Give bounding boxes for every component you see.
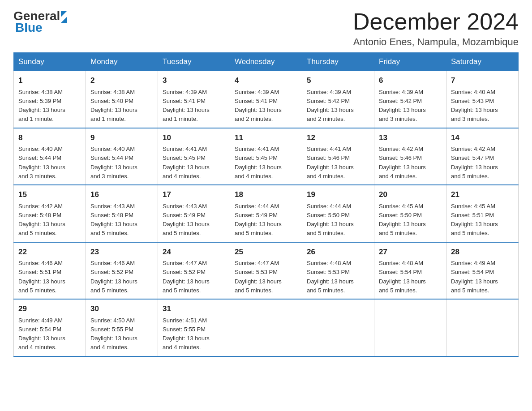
table-row: 3 Sunrise: 4:39 AMSunset: 5:41 PMDayligh… bbox=[158, 71, 230, 128]
day-number: 27 bbox=[379, 246, 442, 258]
day-info: Sunrise: 4:40 AMSunset: 5:44 PMDaylight:… bbox=[90, 146, 137, 180]
table-row: 23 Sunrise: 4:46 AMSunset: 5:52 PMDaylig… bbox=[86, 242, 158, 300]
table-row: 7 Sunrise: 4:40 AMSunset: 5:43 PMDayligh… bbox=[446, 71, 519, 128]
table-row: 29 Sunrise: 4:49 AMSunset: 5:54 PMDaylig… bbox=[14, 299, 86, 356]
day-info: Sunrise: 4:48 AMSunset: 5:54 PMDaylight:… bbox=[379, 260, 426, 294]
day-info: Sunrise: 4:44 AMSunset: 5:50 PMDaylight:… bbox=[307, 203, 354, 237]
day-info: Sunrise: 4:41 AMSunset: 5:45 PMDaylight:… bbox=[163, 146, 210, 180]
day-info: Sunrise: 4:50 AMSunset: 5:55 PMDaylight:… bbox=[90, 317, 137, 351]
day-info: Sunrise: 4:47 AMSunset: 5:52 PMDaylight:… bbox=[163, 260, 210, 294]
table-row bbox=[230, 299, 302, 356]
table-row: 26 Sunrise: 4:48 AMSunset: 5:53 PMDaylig… bbox=[302, 242, 374, 300]
day-number: 15 bbox=[18, 189, 81, 201]
table-row: 12 Sunrise: 4:41 AMSunset: 5:46 PMDaylig… bbox=[302, 128, 374, 185]
calendar-week-row: 29 Sunrise: 4:49 AMSunset: 5:54 PMDaylig… bbox=[14, 299, 519, 356]
table-row: 13 Sunrise: 4:42 AMSunset: 5:46 PMDaylig… bbox=[374, 128, 446, 185]
day-info: Sunrise: 4:43 AMSunset: 5:49 PMDaylight:… bbox=[163, 203, 210, 237]
calendar-table: Sunday Monday Tuesday Wednesday Thursday… bbox=[13, 52, 519, 357]
day-number: 24 bbox=[163, 246, 225, 258]
table-row: 27 Sunrise: 4:48 AMSunset: 5:54 PMDaylig… bbox=[374, 242, 446, 300]
day-info: Sunrise: 4:39 AMSunset: 5:41 PMDaylight:… bbox=[235, 89, 282, 123]
day-info: Sunrise: 4:51 AMSunset: 5:55 PMDaylight:… bbox=[163, 317, 210, 351]
table-row: 24 Sunrise: 4:47 AMSunset: 5:52 PMDaylig… bbox=[158, 242, 230, 300]
day-number: 13 bbox=[379, 132, 442, 144]
table-row: 16 Sunrise: 4:43 AMSunset: 5:48 PMDaylig… bbox=[86, 185, 158, 242]
title-block: December 2024 Antonio Enes, Nampula, Moz… bbox=[353, 9, 519, 48]
day-info: Sunrise: 4:38 AMSunset: 5:39 PMDaylight:… bbox=[18, 89, 65, 123]
day-number: 5 bbox=[307, 75, 369, 86]
table-row: 1 Sunrise: 4:38 AMSunset: 5:39 PMDayligh… bbox=[14, 71, 86, 128]
day-number: 2 bbox=[90, 75, 153, 86]
day-number: 25 bbox=[235, 246, 297, 258]
table-row: 19 Sunrise: 4:44 AMSunset: 5:50 PMDaylig… bbox=[302, 185, 374, 242]
table-row bbox=[302, 299, 374, 356]
day-info: Sunrise: 4:49 AMSunset: 5:54 PMDaylight:… bbox=[451, 260, 498, 294]
table-row: 30 Sunrise: 4:50 AMSunset: 5:55 PMDaylig… bbox=[86, 299, 158, 356]
day-info: Sunrise: 4:48 AMSunset: 5:53 PMDaylight:… bbox=[307, 260, 354, 294]
header-wednesday: Wednesday bbox=[230, 53, 302, 71]
day-info: Sunrise: 4:41 AMSunset: 5:46 PMDaylight:… bbox=[307, 146, 354, 180]
calendar-title: December 2024 bbox=[353, 9, 519, 34]
table-row: 10 Sunrise: 4:41 AMSunset: 5:45 PMDaylig… bbox=[158, 128, 230, 185]
table-row: 2 Sunrise: 4:38 AMSunset: 5:40 PMDayligh… bbox=[86, 71, 158, 128]
day-number: 28 bbox=[451, 246, 514, 258]
table-row: 17 Sunrise: 4:43 AMSunset: 5:49 PMDaylig… bbox=[158, 185, 230, 242]
day-info: Sunrise: 4:40 AMSunset: 5:44 PMDaylight:… bbox=[18, 146, 65, 180]
day-number: 29 bbox=[18, 303, 81, 315]
day-info: Sunrise: 4:44 AMSunset: 5:49 PMDaylight:… bbox=[235, 203, 282, 237]
day-info: Sunrise: 4:39 AMSunset: 5:42 PMDaylight:… bbox=[379, 89, 426, 123]
calendar-week-row: 15 Sunrise: 4:42 AMSunset: 5:48 PMDaylig… bbox=[14, 185, 519, 242]
calendar-week-row: 22 Sunrise: 4:46 AMSunset: 5:51 PMDaylig… bbox=[14, 242, 519, 300]
day-number: 26 bbox=[307, 246, 369, 258]
table-row: 20 Sunrise: 4:45 AMSunset: 5:50 PMDaylig… bbox=[374, 185, 446, 242]
logo-blue: Blue bbox=[15, 21, 43, 35]
day-number: 17 bbox=[163, 189, 225, 201]
day-number: 9 bbox=[90, 132, 153, 144]
day-number: 14 bbox=[451, 132, 514, 144]
header-tuesday: Tuesday bbox=[158, 53, 230, 71]
table-row: 15 Sunrise: 4:42 AMSunset: 5:48 PMDaylig… bbox=[14, 185, 86, 242]
table-row: 9 Sunrise: 4:40 AMSunset: 5:44 PMDayligh… bbox=[86, 128, 158, 185]
table-row: 21 Sunrise: 4:45 AMSunset: 5:51 PMDaylig… bbox=[446, 185, 519, 242]
day-number: 22 bbox=[18, 246, 81, 258]
day-info: Sunrise: 4:47 AMSunset: 5:53 PMDaylight:… bbox=[235, 260, 282, 294]
table-row: 22 Sunrise: 4:46 AMSunset: 5:51 PMDaylig… bbox=[14, 242, 86, 300]
table-row: 4 Sunrise: 4:39 AMSunset: 5:41 PMDayligh… bbox=[230, 71, 302, 128]
table-row: 18 Sunrise: 4:44 AMSunset: 5:49 PMDaylig… bbox=[230, 185, 302, 242]
day-number: 12 bbox=[307, 132, 369, 144]
day-number: 16 bbox=[90, 189, 153, 201]
table-row: 14 Sunrise: 4:42 AMSunset: 5:47 PMDaylig… bbox=[446, 128, 519, 185]
day-info: Sunrise: 4:45 AMSunset: 5:51 PMDaylight:… bbox=[451, 203, 498, 237]
day-number: 18 bbox=[235, 189, 297, 201]
day-info: Sunrise: 4:39 AMSunset: 5:41 PMDaylight:… bbox=[163, 89, 210, 123]
header-monday: Monday bbox=[86, 53, 158, 71]
table-row: 5 Sunrise: 4:39 AMSunset: 5:42 PMDayligh… bbox=[302, 71, 374, 128]
day-number: 3 bbox=[163, 75, 225, 86]
table-row: 6 Sunrise: 4:39 AMSunset: 5:42 PMDayligh… bbox=[374, 71, 446, 128]
table-row: 25 Sunrise: 4:47 AMSunset: 5:53 PMDaylig… bbox=[230, 242, 302, 300]
day-info: Sunrise: 4:38 AMSunset: 5:40 PMDaylight:… bbox=[90, 89, 137, 123]
table-row: 31 Sunrise: 4:51 AMSunset: 5:55 PMDaylig… bbox=[158, 299, 230, 356]
table-row: 11 Sunrise: 4:41 AMSunset: 5:45 PMDaylig… bbox=[230, 128, 302, 185]
day-info: Sunrise: 4:45 AMSunset: 5:50 PMDaylight:… bbox=[379, 203, 426, 237]
day-number: 1 bbox=[18, 75, 81, 86]
table-row: 28 Sunrise: 4:49 AMSunset: 5:54 PMDaylig… bbox=[446, 242, 519, 300]
day-number: 23 bbox=[90, 246, 153, 258]
day-number: 7 bbox=[451, 75, 514, 86]
day-info: Sunrise: 4:41 AMSunset: 5:45 PMDaylight:… bbox=[235, 146, 282, 180]
calendar-subtitle: Antonio Enes, Nampula, Mozambique bbox=[353, 36, 519, 48]
calendar-header-row: Sunday Monday Tuesday Wednesday Thursday… bbox=[14, 53, 519, 71]
day-info: Sunrise: 4:42 AMSunset: 5:46 PMDaylight:… bbox=[379, 146, 426, 180]
calendar-week-row: 1 Sunrise: 4:38 AMSunset: 5:39 PMDayligh… bbox=[14, 71, 519, 128]
day-number: 4 bbox=[235, 75, 297, 86]
header-thursday: Thursday bbox=[302, 53, 374, 71]
day-number: 10 bbox=[163, 132, 225, 144]
day-info: Sunrise: 4:42 AMSunset: 5:48 PMDaylight:… bbox=[18, 203, 65, 237]
calendar-week-row: 8 Sunrise: 4:40 AMSunset: 5:44 PMDayligh… bbox=[14, 128, 519, 185]
day-info: Sunrise: 4:42 AMSunset: 5:47 PMDaylight:… bbox=[451, 146, 498, 180]
day-number: 20 bbox=[379, 189, 442, 201]
header-friday: Friday bbox=[374, 53, 446, 71]
day-info: Sunrise: 4:39 AMSunset: 5:42 PMDaylight:… bbox=[307, 89, 354, 123]
day-info: Sunrise: 4:43 AMSunset: 5:48 PMDaylight:… bbox=[90, 203, 137, 237]
table-row bbox=[446, 299, 519, 356]
